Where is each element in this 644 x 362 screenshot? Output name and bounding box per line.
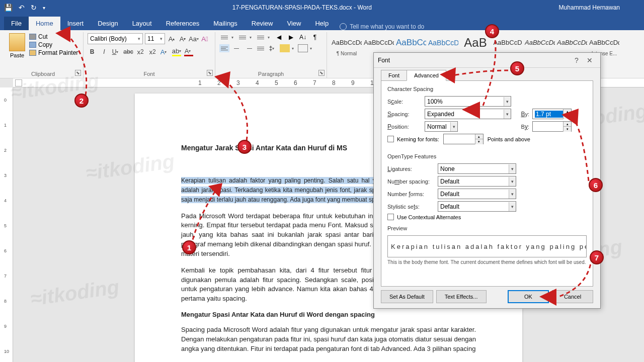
annotation-2: 2 — [74, 94, 89, 108]
annotation-4: 4 — [485, 24, 499, 38]
annotation-7: 7 — [590, 250, 604, 264]
annotation-6: 6 — [589, 178, 603, 192]
svg-marker-2 — [214, 71, 230, 88]
svg-marker-0 — [208, 183, 222, 197]
svg-marker-4 — [462, 102, 480, 119]
annotation-3: 3 — [237, 140, 252, 154]
svg-marker-5 — [561, 109, 579, 126]
annotation-5: 5 — [510, 61, 524, 75]
annotation-1: 1 — [182, 240, 196, 254]
svg-marker-6 — [539, 289, 556, 306]
svg-marker-3 — [440, 67, 456, 83]
svg-marker-1 — [55, 26, 70, 42]
